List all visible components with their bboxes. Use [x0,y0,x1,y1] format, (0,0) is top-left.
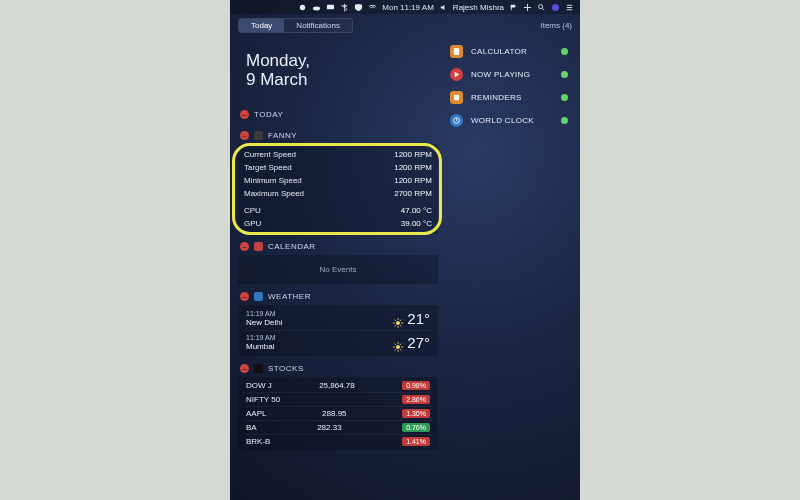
reminders-icon [450,91,463,104]
stocks-card[interactable]: DOW J25,864.780.98% NIFTY 502.86% AAPL28… [238,377,438,450]
crosshair-icon[interactable] [523,3,532,12]
fanny-section: – FANNY Current Speed1200 RPM Target Spe… [238,129,438,234]
no-events-text: No Events [244,259,432,280]
clock-text[interactable]: Mon 11:19 AM [382,3,434,12]
fanny-row: Current Speed1200 RPM [244,148,432,161]
today-section: – TODAY [238,108,438,123]
fanny-card: Current Speed1200 RPM Target Speed1200 R… [238,144,438,234]
world-clock-icon [450,114,463,127]
flag-icon[interactable] [509,3,518,12]
stock-row[interactable]: AAPL288.951.30% [244,406,432,420]
stock-row[interactable]: BRK-B1.41% [244,434,432,448]
volume-icon[interactable] [439,3,448,12]
svg-point-10 [396,321,400,325]
svg-point-6 [552,3,559,10]
svg-rect-9 [567,9,572,10]
weather-row[interactable]: 11:19 AMMumbai 27° [244,330,432,354]
calculator-icon [450,45,463,58]
menu-bar: Mon 11:19 AM Rajesh Mishra [230,0,580,14]
sun-icon [393,338,403,348]
stocks-section: – STOCKS DOW J25,864.780.98% NIFTY 502.8… [238,362,438,450]
add-widget-dot[interactable] [561,117,568,124]
weather-section: – WEATHER 11:19 AMNew Delhi 21° 11:19 AM… [238,290,438,356]
tab-today[interactable]: Today [239,19,284,32]
stocks-title: STOCKS [268,364,304,373]
user-name[interactable]: Rajesh Mishra [453,3,504,12]
date-line2: 9 March [246,71,310,90]
fan-icon[interactable] [298,3,307,12]
svg-rect-12 [454,48,459,55]
search-icon[interactable] [537,3,546,12]
items-header: Items (4) [540,21,572,30]
widget-gallery: CALCULATOR NOW PLAYING REMINDERS WORLD C… [448,40,570,132]
collapse-icon[interactable]: – [240,131,249,140]
stock-row[interactable]: DOW J25,864.780.98% [244,379,432,392]
svg-point-5 [539,4,543,8]
wifi-icon[interactable] [368,3,377,12]
calendar-icon [254,242,263,251]
fanny-title: FANNY [268,131,297,140]
fanny-row: GPU39.00 °C [244,217,432,230]
add-widget-dot[interactable] [561,48,568,55]
notification-center-panel: Mon 11:19 AM Rajesh Mishra Today Notific… [230,0,580,500]
notification-center-icon[interactable] [565,3,574,12]
bluetooth-icon[interactable] [340,3,349,12]
fanny-row: CPU47.00 °C [244,204,432,217]
sun-icon [393,314,403,324]
widget-item-world-clock[interactable]: WORLD CLOCK [448,109,570,132]
collapse-icon[interactable]: – [240,364,249,373]
fanny-icon [254,131,263,140]
cloud-icon[interactable] [312,3,321,12]
fanny-row: Target Speed1200 RPM [244,161,432,174]
svg-rect-2 [327,4,334,9]
svg-rect-4 [511,4,512,9]
stock-row[interactable]: NIFTY 502.86% [244,392,432,406]
date-line1: Monday, [246,52,310,71]
add-widget-dot[interactable] [561,94,568,101]
today-notifications-segmented[interactable]: Today Notifications [238,18,353,33]
fanny-row: Minimum Speed1200 RPM [244,174,432,187]
add-widget-dot[interactable] [561,71,568,78]
svg-point-0 [300,4,305,9]
calendar-card: No Events [238,255,438,284]
weather-icon [254,292,263,301]
chat-icon[interactable] [326,3,335,12]
collapse-icon[interactable]: – [240,110,249,119]
siri-icon[interactable] [551,3,560,12]
date-display: Monday, 9 March [246,52,310,89]
widget-item-calculator[interactable]: CALCULATOR [448,40,570,63]
widget-item-reminders[interactable]: REMINDERS [448,86,570,109]
today-title: TODAY [254,110,283,119]
svg-point-11 [396,345,400,349]
svg-rect-7 [567,4,572,5]
weather-row[interactable]: 11:19 AMNew Delhi 21° [244,307,432,330]
calendar-section: – CALENDAR No Events [238,240,438,284]
fanny-row: Maximum Speed2700 RPM [244,187,432,200]
weather-title: WEATHER [268,292,311,301]
now-playing-icon [450,68,463,81]
stocks-icon [254,364,263,373]
stock-row[interactable]: BA282.330.76% [244,420,432,434]
svg-rect-8 [567,7,572,8]
svg-rect-13 [454,95,459,100]
shield-icon[interactable] [354,3,363,12]
svg-point-1 [313,6,320,10]
calendar-title: CALENDAR [268,242,316,251]
collapse-icon[interactable]: – [240,242,249,251]
weather-card[interactable]: 11:19 AMNew Delhi 21° 11:19 AMMumbai 27° [238,305,438,356]
collapse-icon[interactable]: – [240,292,249,301]
widget-item-now-playing[interactable]: NOW PLAYING [448,63,570,86]
tab-notifications[interactable]: Notifications [284,19,352,32]
